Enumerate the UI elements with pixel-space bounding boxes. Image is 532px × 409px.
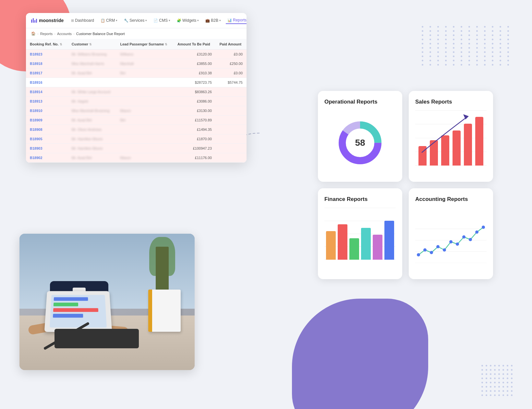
booking-link[interactable]: B18908 — [30, 128, 42, 131]
booking-ref-cell[interactable]: B18905 — [26, 134, 68, 144]
customer-cell: Mr. Oliver Andrews — [68, 125, 116, 134]
nav-crm[interactable]: 📋 CRM ▾ — [99, 17, 119, 24]
booking-link[interactable]: B18916 — [30, 81, 42, 84]
nav-widgets[interactable]: 🧩 Widgets ▾ — [175, 17, 200, 24]
nav-cms[interactable]: 📄 CMS ▾ — [152, 17, 172, 24]
paid-cell: £0.00 — [216, 68, 247, 78]
table-row: B18918Miss Marshall-HarrisMarshall£3855.… — [26, 59, 247, 68]
customer-cell: Miss Marshall-Harris — [68, 59, 116, 68]
table-row: B18913Mr. Hagrid£3086.00 — [26, 97, 247, 106]
booking-ref-cell[interactable]: B18923 — [26, 50, 68, 59]
booking-ref-cell[interactable]: B18917 — [26, 68, 68, 78]
finance-chart — [324, 208, 396, 260]
booking-ref-cell[interactable]: B18914 — [26, 87, 68, 97]
paid-cell — [216, 125, 247, 134]
booking-ref-cell[interactable]: B18908 — [26, 125, 68, 134]
svg-point-8 — [417, 253, 420, 256]
paid-cell — [216, 97, 247, 106]
finance-bar-2 — [338, 224, 347, 260]
nav-dashboard[interactable]: ⊞ Dashboard — [69, 17, 96, 24]
donut-wrap: 58 — [334, 117, 386, 169]
surname-cell — [116, 125, 174, 134]
dashboard-icon: ⊞ — [71, 19, 74, 23]
donut-value: 58 — [355, 138, 365, 148]
booking-link[interactable]: B18914 — [30, 90, 42, 94]
sales-chart — [415, 110, 487, 175]
svg-point-14 — [456, 242, 459, 246]
customer-cell: Mr. Azad Birt — [68, 68, 116, 78]
bg-purple-blob — [292, 299, 428, 409]
paid-cell — [216, 116, 247, 125]
surname-cell: Marshall — [116, 59, 174, 68]
bg-dot-grid-bottom: document.write(Array(64).fill('<div clas… — [481, 365, 513, 396]
booking-ref-cell[interactable]: B18913 — [26, 97, 68, 106]
surname-cell: Mason — [116, 153, 174, 163]
nav-b2b[interactable]: 💼 B2B ▾ — [204, 17, 223, 24]
b2b-caret: ▾ — [219, 19, 221, 22]
surname-cell — [116, 144, 174, 153]
amount-cell: £1494.35 — [174, 125, 216, 134]
amount-cell: £3086.00 — [174, 97, 216, 106]
reports-icon: 📊 — [227, 18, 232, 22]
b2b-icon: 💼 — [205, 19, 210, 23]
booking-ref-cell[interactable]: B18902 — [26, 153, 68, 163]
booking-link[interactable]: B18909 — [30, 118, 42, 122]
table-row: B18903Mr. Hamilton Moore£100947.23 — [26, 144, 247, 153]
sales-bar-5 — [464, 124, 472, 166]
booking-link[interactable]: B18923 — [30, 52, 42, 56]
data-table: Booking Ref. No. ⇅ Customer ⇅ Lead Passe… — [26, 39, 247, 163]
sales-bar-3 — [441, 135, 449, 166]
cms-icon: 📄 — [153, 19, 158, 23]
booking-ref-cell[interactable]: B18916 — [26, 78, 68, 87]
svg-point-16 — [469, 238, 472, 241]
crm-icon: 📋 — [101, 19, 105, 23]
nav-reports[interactable]: 📊 Reports ▾ — [226, 17, 247, 24]
booking-ref-cell[interactable]: B18909 — [26, 116, 68, 125]
booking-ref-cell[interactable]: B18903 — [26, 144, 68, 153]
logo: moonstride — [31, 18, 64, 23]
surname-cell — [116, 97, 174, 106]
svg-point-13 — [449, 240, 453, 243]
sort-icon-ref: ⇅ — [60, 43, 62, 46]
amount-cell: $83863.26 — [174, 87, 216, 97]
amount-cell: £100947.23 — [174, 144, 216, 153]
customer-cell: Mr. Hamilton Moore — [68, 134, 116, 144]
booking-link[interactable]: B18902 — [30, 156, 42, 160]
booking-link[interactable]: B18903 — [30, 146, 42, 150]
booking-link[interactable]: B18905 — [30, 137, 42, 141]
breadcrumb-reports[interactable]: Reports — [40, 32, 53, 36]
sales-title: Sales Reports — [415, 99, 487, 105]
booking-link[interactable]: B18910 — [30, 109, 42, 113]
home-icon[interactable]: 🏠 — [31, 31, 36, 36]
booking-link[interactable]: B18917 — [30, 71, 42, 75]
booking-link[interactable]: B18913 — [30, 99, 42, 103]
nav-services[interactable]: 🔧 Services ▾ — [122, 17, 149, 24]
finance-reports-card: Finance Reports — [318, 188, 402, 279]
finance-bar-4 — [361, 228, 371, 260]
booking-ref-cell[interactable]: B18918 — [26, 59, 68, 68]
sales-reports-card: Sales Reports — [409, 91, 493, 182]
tablet — [44, 291, 112, 332]
amount-cell: £3855.00 — [174, 59, 216, 68]
breadcrumb: 🏠 › Reports › Accounts › Customer Balanc… — [26, 28, 247, 39]
customer-cell: Mr. Azad Birt — [68, 116, 116, 125]
report-cards-area: Operational Reports — [318, 91, 493, 279]
booking-link[interactable]: B18918 — [30, 62, 42, 66]
col-booking-ref[interactable]: Booking Ref. No. ⇅ — [26, 39, 68, 50]
amount-cell: £3120.00 — [174, 50, 216, 59]
booking-ref-cell[interactable]: B18910 — [26, 106, 68, 116]
paid-cell — [216, 134, 247, 144]
surname-cell: Williams — [116, 50, 174, 59]
accounting-reports-card: Accounting Reports — [409, 188, 493, 279]
keyboard — [54, 329, 139, 348]
sort-icon-customer: ⇅ — [89, 43, 92, 46]
table-row: B18905Mr. Hamilton Moore£1870.00 — [26, 134, 247, 144]
accounting-chart — [415, 208, 487, 273]
customer-cell: Mr. White Large Account — [68, 87, 116, 97]
col-surname[interactable]: Lead Passenger Surname ⇅ — [116, 39, 174, 50]
breadcrumb-accounts[interactable]: Accounts — [57, 32, 72, 36]
paid-cell: $5744.75 — [216, 78, 247, 87]
col-customer[interactable]: Customer ⇅ — [68, 39, 116, 50]
accounting-line-chart — [415, 217, 487, 263]
finance-title: Finance Reports — [324, 196, 396, 203]
